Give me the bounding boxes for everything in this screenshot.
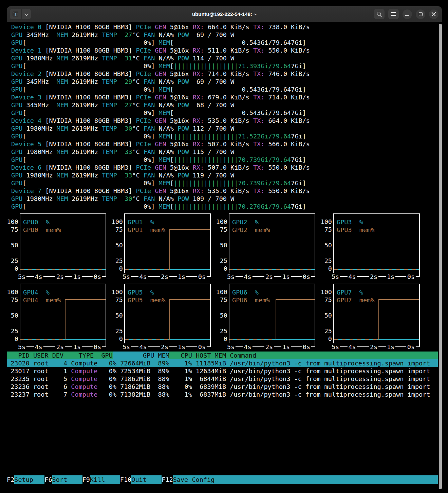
mem-utilization-step bbox=[65, 299, 66, 340]
plot-area: GPU6 %GPU6 mem% bbox=[229, 284, 315, 343]
close-icon bbox=[431, 12, 436, 17]
mem-utilization-line-high bbox=[169, 299, 210, 300]
device-stats-line: GPU 1980MHz MEM 2619MHz TEMP 30°C FAN N/… bbox=[7, 195, 442, 203]
plot-area: GPU7 %GPU7 mem% bbox=[333, 284, 420, 343]
mem-utilization-line-high bbox=[169, 229, 210, 230]
device-bars-line: GPU[ 0%] MEM[|||||||||||||||||71.393Gi/7… bbox=[7, 62, 442, 70]
tab-list-button[interactable] bbox=[22, 9, 31, 19]
device-info-line: Device 7 [NVIDIA H100 80GB HBM3] PCIe GE… bbox=[7, 187, 442, 195]
table-row[interactable]: 23235 root 5 Compute 0% 71862MiB 88% 1% … bbox=[7, 375, 438, 383]
minimize-icon bbox=[405, 15, 409, 16]
function-key-bar: F2SetupF6SortF9KillF10QuitF12Save Config bbox=[7, 475, 438, 484]
fn-action-quit[interactable]: Quit bbox=[131, 475, 162, 484]
device-stats-line: GPU 1980MHz MEM 2619MHz TEMP 31°C FAN N/… bbox=[7, 54, 442, 62]
fn-key-f9: F9 bbox=[82, 475, 90, 484]
x-axis: 5s4s2s1s0s bbox=[333, 273, 420, 281]
mem-utilization-line-low bbox=[229, 269, 315, 270]
device-stats-line: GPU 1980MHz MEM 2619MHz TEMP 30°C FAN N/… bbox=[7, 125, 442, 132]
table-row[interactable]: 23020 root 4 Compute 0% 72664MiB 89% 1% … bbox=[7, 359, 438, 367]
device-info-line: Device 3 [NVIDIA H100 80GB HBM3] PCIe GE… bbox=[7, 93, 442, 101]
search-icon bbox=[377, 12, 382, 17]
chevron-down-icon bbox=[24, 12, 28, 15]
mem-utilization-line-low bbox=[125, 269, 169, 270]
chart-legend: GPU7 %GPU7 mem% bbox=[337, 288, 374, 304]
fn-action-save-config[interactable]: Save Config bbox=[173, 475, 438, 484]
y-axis-labels: 1007550250 bbox=[217, 213, 229, 281]
device-stats-line: GPU 1980MHz MEM 2619MHz TEMP 33°C FAN N/… bbox=[7, 171, 442, 179]
maximize-button[interactable] bbox=[416, 10, 425, 19]
chart-legend: GPU4 %GPU4 mem% bbox=[23, 288, 61, 304]
fn-key-f10: F10 bbox=[120, 475, 131, 484]
y-axis-labels: 1007550250 bbox=[7, 213, 20, 281]
maximize-icon bbox=[419, 12, 423, 16]
mem-utilization-line-low bbox=[334, 339, 378, 340]
plot-area: GPU4 %GPU4 mem% bbox=[20, 284, 106, 343]
mem-utilization-line-high bbox=[378, 299, 419, 300]
device-info-line: Device 1 [NVIDIA H100 80GB HBM3] PCIe GE… bbox=[7, 46, 442, 54]
device-info-line: Device 4 [NVIDIA H100 80GB HBM3] PCIe GE… bbox=[7, 117, 442, 125]
device-stats-line: GPU 1980MHz MEM 2619MHz TEMP 33°C FAN N/… bbox=[7, 148, 442, 156]
device-stats-line: GPU 345MHz MEM 2619MHz TEMP 29°C FAN N/A… bbox=[7, 78, 442, 86]
device-bars-line: GPU[ 0%] MEM[ 0.543Gi/79.647Gi] bbox=[7, 39, 442, 46]
mem-utilization-line-high bbox=[276, 299, 315, 300]
mem-utilization-line-low bbox=[125, 339, 169, 340]
device-bars-line: GPU[ 0%] MEM[ 0.543Gi/79.647Gi] bbox=[7, 109, 442, 117]
x-axis: 5s4s2s1s0s bbox=[333, 343, 420, 352]
empty-area bbox=[7, 398, 442, 475]
fn-key-f12: F12 bbox=[162, 475, 173, 484]
gpu-chart-gpu7: 1007550250GPU7 %GPU7 mem%5s4s2s1s0s bbox=[321, 284, 420, 352]
table-row[interactable]: 23017 root 1 Compute 0% 72534MiB 89% 1% … bbox=[7, 367, 438, 375]
x-axis: 5s4s2s1s0s bbox=[124, 273, 211, 281]
chart-legend: GPU6 %GPU6 mem% bbox=[232, 288, 270, 304]
terminal-content: Device 0 [NVIDIA H100 80GB HBM3] PCIe GE… bbox=[7, 22, 442, 484]
minimize-button[interactable] bbox=[403, 10, 412, 19]
plot-area: GPU1 %GPU1 mem% bbox=[124, 213, 211, 273]
chart-legend: GPU3 %GPU3 mem% bbox=[337, 218, 374, 234]
mem-utilization-line-low bbox=[20, 269, 106, 270]
search-button[interactable] bbox=[374, 9, 385, 19]
device-stats-line: GPU 345MHz MEM 2619MHz TEMP 27°C FAN N/A… bbox=[7, 101, 442, 109]
menu-button[interactable] bbox=[388, 9, 399, 19]
mem-utilization-line-low bbox=[20, 339, 65, 340]
terminal-window: ubuntu@192-222-54-148: ~ + bbox=[7, 6, 442, 491]
mem-utilization-step bbox=[378, 299, 379, 340]
table-header: PID USER DEV TYPE GPU GPU MEM CPU HOST M… bbox=[7, 352, 438, 359]
fn-action-kill[interactable]: Kill bbox=[90, 475, 120, 484]
table-row[interactable]: 23237 root 7 Compute 0% 71382MiB 88% 1% … bbox=[7, 391, 438, 398]
chart-legend: GPU0 %GPU0 mem% bbox=[23, 218, 61, 234]
x-axis: 5s4s2s1s0s bbox=[20, 343, 106, 352]
gpu-chart-gpu6: 1007550250GPU6 %GPU6 mem%5s4s2s1s0s bbox=[217, 284, 315, 352]
x-axis: 5s4s2s1s0s bbox=[124, 343, 211, 352]
y-axis-labels: 1007550250 bbox=[321, 213, 333, 281]
fn-action-setup[interactable]: Setup bbox=[14, 475, 44, 484]
gpu-chart-gpu3: 1007550250GPU3 %GPU3 mem%5s4s2s1s0s bbox=[321, 213, 420, 281]
close-button[interactable] bbox=[429, 10, 438, 19]
scrollbar[interactable] bbox=[439, 24, 442, 489]
gpu-chart-gpu5: 1007550250GPU5 %GPU5 mem%5s4s2s1s0s bbox=[112, 284, 211, 352]
chart-legend: GPU5 %GPU5 mem% bbox=[128, 288, 165, 304]
fn-key-f6: F6 bbox=[44, 475, 52, 484]
device-info-line: Device 6 [NVIDIA H100 80GB HBM3] PCIe GE… bbox=[7, 164, 442, 171]
mem-utilization-step bbox=[169, 299, 170, 340]
device-info-line: Device 5 [NVIDIA H100 80GB HBM3] PCIe GE… bbox=[7, 140, 442, 148]
chart-legend: GPU2 %GPU2 mem% bbox=[232, 218, 270, 234]
new-tab-icon: + bbox=[13, 12, 18, 16]
new-tab-button[interactable]: + bbox=[10, 9, 22, 19]
fn-action-sort[interactable]: Sort bbox=[52, 475, 82, 484]
y-axis-labels: 1007550250 bbox=[217, 284, 229, 352]
device-bars-line: GPU[ 0%] MEM[|||||||||||||||||70.739Gi/7… bbox=[7, 179, 442, 187]
device-info-line: Device 2 [NVIDIA H100 80GB HBM3] PCIe GE… bbox=[7, 70, 442, 78]
fn-key-f2: F2 bbox=[7, 475, 14, 484]
x-axis: 5s4s2s1s0s bbox=[229, 343, 315, 352]
chart-legend: GPU1 %GPU1 mem% bbox=[128, 218, 165, 234]
mem-utilization-line-low bbox=[334, 269, 419, 270]
gpu-chart-gpu0: 1007550250GPU0 %GPU0 mem%5s4s2s1s0s bbox=[7, 213, 106, 281]
x-axis: 5s4s2s1s0s bbox=[229, 273, 315, 281]
headerbar: ubuntu@192-222-54-148: ~ + bbox=[7, 6, 442, 22]
y-axis-labels: 1007550250 bbox=[112, 284, 124, 352]
device-bars-line: GPU[ 0%] MEM[|||||||||||||||||70.739Gi/7… bbox=[7, 156, 442, 164]
plot-area: GPU3 %GPU3 mem% bbox=[333, 213, 420, 273]
plot-area: GPU2 %GPU2 mem% bbox=[229, 213, 315, 273]
table-row[interactable]: 23236 root 6 Compute 0% 71862MiB 88% 0% … bbox=[7, 383, 438, 391]
y-axis-labels: 1007550250 bbox=[112, 213, 124, 281]
